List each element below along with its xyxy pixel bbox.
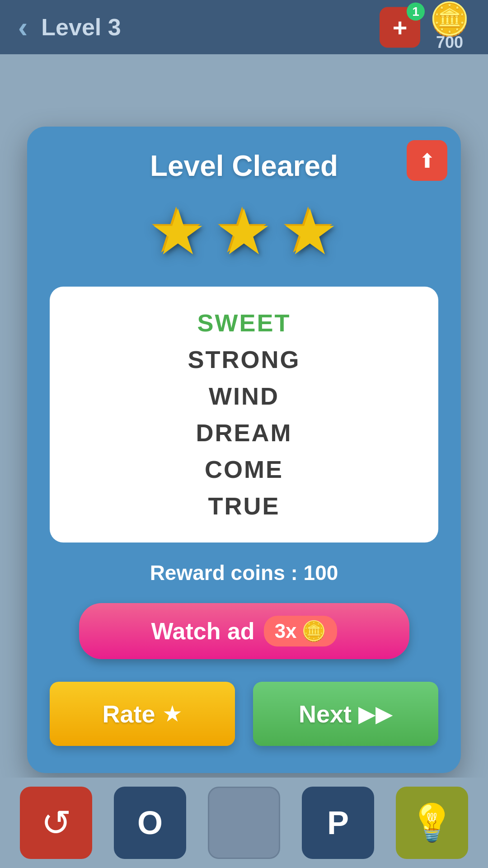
multiplier-text: 3x <box>275 620 297 642</box>
toolbar-refresh-button[interactable]: ↺ <box>20 787 92 859</box>
main-area: ⬆ Level Cleared ★ ★ ★ SWEET STRONG <box>0 54 488 868</box>
toolbar-hint-button[interactable]: 💡 <box>396 787 468 859</box>
word-true: TRUE <box>63 488 425 524</box>
toolbar-empty-button <box>208 787 280 859</box>
bottom-toolbar: ↺ O P 💡 <box>0 778 488 868</box>
coins-icon: 🪙 <box>429 3 470 35</box>
star-shape-2: ★ <box>216 197 272 268</box>
bottom-buttons: Rate ★ Next ▶▶ <box>50 682 438 746</box>
p-letter: P <box>327 804 349 841</box>
toolbar-p-button[interactable]: P <box>302 787 374 859</box>
next-button[interactable]: Next ▶▶ <box>253 682 438 746</box>
header: ‹ Level 3 1 🪙 700 <box>0 0 488 54</box>
star-1: ★ <box>150 201 206 264</box>
next-label: Next <box>299 700 352 728</box>
next-arrow-icon: ▶▶ <box>358 701 393 727</box>
word-wind: WIND <box>63 378 425 415</box>
star-2: ★ <box>216 201 272 264</box>
rate-label: Rate <box>102 700 155 728</box>
coins-count: 700 <box>436 33 463 52</box>
level-cleared-title: Level Cleared <box>150 149 338 183</box>
level-title: Level 3 <box>41 14 121 41</box>
coin-icon: 🪙 <box>301 619 326 643</box>
star-shape-1: ★ <box>150 197 206 268</box>
star-shape-3: ★ <box>282 197 338 268</box>
share-icon: ⬆ <box>419 149 436 172</box>
screen: ‹ Level 3 1 🪙 700 ⬆ Level Cleared <box>0 0 488 868</box>
header-right: 1 🪙 700 <box>380 3 470 52</box>
o-letter: O <box>137 804 163 841</box>
watch-ad-multiplier: 3x 🪙 <box>264 616 337 646</box>
stars-container: ★ ★ ★ <box>150 196 338 269</box>
watch-ad-button[interactable]: Watch ad 3x 🪙 <box>79 603 409 659</box>
watch-ad-label: Watch ad <box>151 618 254 645</box>
word-strong: STRONG <box>63 341 425 378</box>
hint-badge[interactable]: 1 <box>380 7 420 47</box>
coins-container: 🪙 700 <box>429 3 470 52</box>
words-box: SWEET STRONG WIND DREAM COME TRUE <box>50 287 438 542</box>
word-come: COME <box>63 451 425 488</box>
rate-star-icon: ★ <box>162 701 183 727</box>
word-sweet: SWEET <box>63 305 425 341</box>
rate-button[interactable]: Rate ★ <box>50 682 235 746</box>
hint-count: 1 <box>407 2 425 20</box>
word-dream: DREAM <box>63 415 425 451</box>
refresh-icon: ↺ <box>41 802 71 844</box>
share-button[interactable]: ⬆ <box>407 140 447 181</box>
level-cleared-modal: ⬆ Level Cleared ★ ★ ★ SWEET STRONG <box>27 127 461 773</box>
back-button[interactable]: ‹ <box>18 13 28 42</box>
lightbulb-icon: 💡 <box>409 802 455 844</box>
toolbar-o-button[interactable]: O <box>114 787 186 859</box>
star-3: ★ <box>282 201 338 264</box>
reward-text: Reward coins : 100 <box>150 561 338 585</box>
